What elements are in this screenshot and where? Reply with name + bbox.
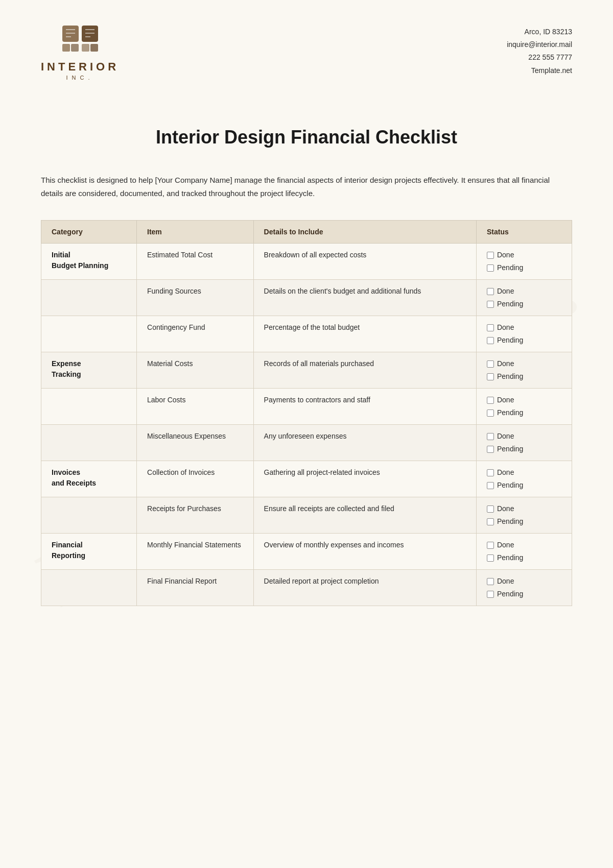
cell-status: DonePending — [476, 497, 572, 534]
cell-item: Receipts for Purchases — [137, 497, 254, 534]
status-label: Done — [497, 250, 514, 260]
status-label: Pending — [497, 552, 523, 563]
status-label: Done — [497, 395, 514, 405]
cell-item: Contingency Fund — [137, 316, 254, 352]
svg-rect-4 — [82, 44, 89, 52]
checkbox[interactable] — [487, 482, 494, 489]
checkbox[interactable] — [487, 337, 494, 344]
checkbox[interactable] — [487, 578, 494, 585]
status-label: Pending — [497, 299, 523, 309]
checkbox[interactable] — [487, 252, 494, 259]
header-status: Status — [476, 221, 572, 244]
cell-status: DonePending — [476, 570, 572, 606]
cell-details: Percentage of the total budget — [253, 316, 476, 352]
table-row: FinancialReportingMonthly Financial Stat… — [41, 534, 572, 570]
checkbox[interactable] — [487, 324, 494, 331]
checkbox[interactable] — [487, 469, 494, 476]
status-label: Done — [497, 358, 514, 369]
status-label: Pending — [497, 371, 523, 382]
status-option: Pending — [487, 444, 561, 454]
status-label: Done — [497, 540, 514, 550]
table-row: Labor CostsPayments to contractors and s… — [41, 389, 572, 425]
cell-details: Details on the client's budget and addit… — [253, 280, 476, 316]
checkbox[interactable] — [487, 505, 494, 513]
status-option: Done — [487, 322, 561, 333]
status-option: Done — [487, 540, 561, 550]
cell-details: Gathering all project-related invoices — [253, 461, 476, 497]
status-option: Done — [487, 467, 561, 478]
checkbox[interactable] — [487, 397, 494, 404]
checkbox[interactable] — [487, 433, 494, 440]
cell-details: Any unforeseen expenses — [253, 425, 476, 461]
company-sub: INC. — [66, 75, 94, 81]
status-option: Pending — [487, 407, 561, 418]
svg-rect-5 — [90, 44, 98, 52]
checkbox[interactable] — [487, 518, 494, 525]
cell-details: Breakdown of all expected costs — [253, 244, 476, 280]
checkbox[interactable] — [487, 446, 494, 453]
checkbox[interactable] — [487, 373, 494, 380]
checkbox[interactable] — [487, 554, 494, 562]
cell-status: DonePending — [476, 534, 572, 570]
status-option: Done — [487, 358, 561, 369]
cell-item: Final Financial Report — [137, 570, 254, 606]
cell-item: Funding Sources — [137, 280, 254, 316]
checkbox[interactable] — [487, 264, 494, 272]
cell-item: Material Costs — [137, 352, 254, 389]
logo-icon — [60, 20, 101, 56]
status-option: Pending — [487, 589, 561, 599]
cell-status: DonePending — [476, 461, 572, 497]
cell-item: Labor Costs — [137, 389, 254, 425]
status-label: Pending — [497, 407, 523, 418]
title-section: Interior Design Financial Checklist — [0, 96, 613, 163]
checkbox[interactable] — [487, 301, 494, 308]
cell-category: FinancialReporting — [41, 534, 137, 570]
svg-rect-2 — [62, 44, 70, 52]
status-option: Done — [487, 395, 561, 405]
status-label: Done — [497, 467, 514, 478]
company-address: Arco, ID 83213 — [507, 26, 572, 38]
checkbox[interactable] — [487, 591, 494, 598]
status-label: Done — [497, 576, 514, 587]
table-row: Receipts for PurchasesEnsure all receipt… — [41, 497, 572, 534]
table-row: Miscellaneous ExpensesAny unforeseen exp… — [41, 425, 572, 461]
company-website: Template.net — [507, 64, 572, 77]
cell-item: Collection of Invoices — [137, 461, 254, 497]
cell-details: Ensure all receipts are collected and fi… — [253, 497, 476, 534]
cell-details: Payments to contractors and staff — [253, 389, 476, 425]
status-label: Done — [497, 322, 514, 333]
checkbox[interactable] — [487, 409, 494, 417]
status-option: Pending — [487, 371, 561, 382]
table-row: Contingency FundPercentage of the total … — [41, 316, 572, 352]
header-details: Details to Include — [253, 221, 476, 244]
status-option: Pending — [487, 552, 561, 563]
checkbox[interactable] — [487, 542, 494, 549]
table-header: Category Item Details to Include Status — [41, 221, 572, 244]
checkbox[interactable] — [487, 360, 494, 368]
status-option: Done — [487, 503, 561, 514]
cell-category — [41, 425, 137, 461]
table-row: Invoicesand ReceiptsCollection of Invoic… — [41, 461, 572, 497]
status-option: Pending — [487, 480, 561, 491]
status-label: Pending — [497, 444, 523, 454]
cell-category — [41, 570, 137, 606]
document-title: Interior Design Financial Checklist — [41, 127, 572, 148]
header-item: Item — [137, 221, 254, 244]
cell-item: Monthly Financial Statements — [137, 534, 254, 570]
status-label: Pending — [497, 335, 523, 346]
table-container: Category Item Details to Include Status … — [0, 220, 613, 637]
status-label: Pending — [497, 480, 523, 491]
cell-status: DonePending — [476, 352, 572, 389]
company-email: inquire@interior.mail — [507, 38, 572, 51]
cell-category — [41, 497, 137, 534]
cell-category — [41, 280, 137, 316]
status-label: Done — [497, 431, 514, 442]
checkbox[interactable] — [487, 288, 494, 295]
table-row: Final Financial ReportDetailed report at… — [41, 570, 572, 606]
cell-category: InitialBudget Planning — [41, 244, 137, 280]
cell-details: Detailed report at project completion — [253, 570, 476, 606]
status-label: Pending — [497, 262, 523, 273]
cell-status: DonePending — [476, 244, 572, 280]
status-option: Done — [487, 431, 561, 442]
company-name: INTERIOR — [41, 60, 119, 74]
